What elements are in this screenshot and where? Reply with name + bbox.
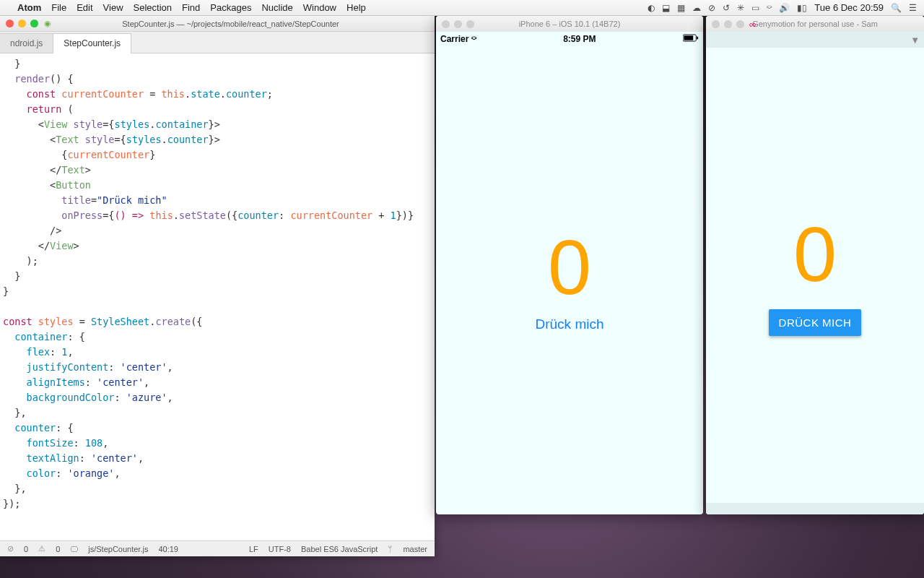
warning-icon[interactable]: ⚠: [38, 544, 45, 553]
code-token: :: [279, 210, 290, 221]
notification-icon[interactable]: ☰: [909, 3, 917, 13]
minimize-button[interactable]: [454, 20, 462, 28]
code-token: this: [161, 88, 185, 100]
code-line: }: [3, 58, 20, 69]
android-app-body: 0 DRÜCK MICH: [706, 48, 924, 503]
code-token: backgroundColor: [27, 392, 115, 403]
tray-icon[interactable]: ☁: [692, 3, 701, 13]
status-branch[interactable]: master: [403, 545, 427, 553]
code-token: ,: [138, 452, 144, 464]
menubar-clock[interactable]: Tue 6 Dec 20:59: [814, 2, 884, 13]
bluetooth-icon[interactable]: ✳: [737, 3, 744, 13]
code-token: style: [74, 118, 103, 130]
editor-tabs: ndroid.js StepCounter.js: [0, 32, 435, 53]
code-token: >: [214, 118, 220, 130]
code-line: );: [3, 255, 38, 267]
code-token: 1: [391, 210, 396, 221]
code-token: ({: [191, 316, 202, 327]
code-token: render: [14, 73, 50, 85]
minimize-button[interactable]: [724, 20, 732, 28]
tray-icon[interactable]: ▦: [677, 3, 685, 13]
error-icon[interactable]: ⊘: [7, 544, 14, 553]
code-token: 'center': [121, 361, 167, 373]
code-token: ,: [103, 437, 108, 449]
counter-display: 0: [793, 215, 837, 293]
code-token: =: [74, 316, 91, 327]
battery-icon: [683, 34, 699, 44]
android-sim-title: Genymotion for personal use - Sam: [752, 20, 878, 28]
code-token: :: [50, 346, 61, 358]
status-filepath[interactable]: js/StepCounter.js: [88, 545, 148, 553]
ios-sim-title: iPhone 6 – iOS 10.1 (14B72): [519, 20, 621, 28]
code-token: state: [191, 88, 220, 100]
menu-nuclide[interactable]: Nuclide: [261, 2, 292, 13]
spotlight-icon[interactable]: 🔍: [891, 3, 902, 13]
code-token: 'orange': [67, 467, 114, 479]
android-nav-bar: [706, 503, 924, 514]
editor-statusbar: ⊘0 ⚠0 🖵 js/StepCounter.js 40:19 LF UTF-8…: [0, 540, 435, 556]
close-button[interactable]: [712, 20, 720, 28]
menu-packages[interactable]: Packages: [210, 2, 251, 13]
menu-view[interactable]: View: [103, 2, 123, 13]
zoom-button[interactable]: [466, 20, 474, 28]
minimize-button[interactable]: [18, 20, 26, 27]
menu-find[interactable]: Find: [182, 2, 200, 13]
display-icon[interactable]: ▭: [751, 3, 759, 13]
android-status-bar: ▼: [706, 32, 924, 48]
code-token: const: [3, 316, 32, 327]
code-token: currentCounter: [290, 210, 372, 221]
code-token: flex: [27, 346, 51, 358]
code-token: }: [149, 149, 155, 160]
tray-icon[interactable]: ⊘: [708, 3, 715, 13]
file-icon: 🖵: [70, 545, 78, 553]
window-title: StepCounter.js — ~/projects/mobile/react…: [56, 20, 435, 28]
code-line: },: [3, 407, 27, 418]
menu-window[interactable]: Window: [303, 2, 336, 13]
zoom-button[interactable]: [30, 20, 38, 27]
menu-help[interactable]: Help: [346, 2, 366, 13]
battery-icon[interactable]: ▮▯: [797, 3, 807, 13]
code-token: onPress: [61, 210, 103, 221]
counter-display: 0: [548, 228, 591, 306]
dropbox-icon[interactable]: ⬓: [662, 3, 670, 13]
ios-sim-titlebar[interactable]: iPhone 6 – iOS 10.1 (14B72): [436, 16, 703, 32]
code-token: />: [50, 225, 61, 236]
tab-active[interactable]: StepCounter.js: [53, 33, 131, 53]
tray-icon[interactable]: ◐: [648, 3, 655, 13]
status-encoding[interactable]: UTF-8: [269, 545, 291, 553]
menu-selection[interactable]: Selection: [134, 2, 172, 13]
code-token: counter: [237, 210, 279, 221]
drueck-mich-button[interactable]: DRÜCK MICH: [769, 309, 862, 336]
android-sim-titlebar[interactable]: ∞ Genymotion for personal use - Sam: [706, 16, 924, 32]
status-line-ending[interactable]: LF: [249, 545, 258, 553]
code-token: alignItems: [27, 376, 85, 388]
menu-edit[interactable]: Edit: [77, 2, 92, 13]
menu-app-name[interactable]: Atom: [17, 2, 41, 13]
genymotion-icon: ∞: [749, 19, 756, 30]
status-language[interactable]: Babel ES6 JavaScript: [301, 545, 378, 553]
code-token: color: [27, 467, 56, 479]
menu-file[interactable]: File: [51, 2, 66, 13]
volume-icon[interactable]: 🔊: [779, 3, 790, 13]
code-editor[interactable]: } render() { const currentCounter = this…: [0, 53, 435, 540]
zoom-button[interactable]: [736, 20, 744, 28]
code-token: ,: [167, 392, 173, 403]
code-token: style: [85, 134, 115, 145]
drueck-mich-button[interactable]: Drück mich: [535, 316, 603, 332]
code-token: styles: [126, 134, 162, 145]
editor-titlebar[interactable]: ◉ StepCounter.js — ~/projects/mobile/rea…: [0, 16, 435, 32]
code-token: return: [27, 103, 62, 115]
code-token: {: [121, 134, 126, 145]
code-token: +: [372, 210, 390, 221]
close-button[interactable]: [6, 20, 14, 27]
code-token: View: [50, 240, 74, 251]
code-token: >: [85, 164, 91, 176]
wifi-icon[interactable]: ⌔: [767, 3, 772, 13]
close-button[interactable]: [442, 20, 450, 28]
error-count[interactable]: 0: [24, 545, 28, 553]
tab-inactive[interactable]: ndroid.js: [0, 33, 53, 53]
warning-count[interactable]: 0: [56, 545, 60, 553]
timemachine-icon[interactable]: ↺: [723, 3, 730, 13]
status-cursor-pos[interactable]: 40:19: [158, 545, 178, 553]
macos-menubar: Atom File Edit View Selection Find Packa…: [0, 0, 924, 16]
